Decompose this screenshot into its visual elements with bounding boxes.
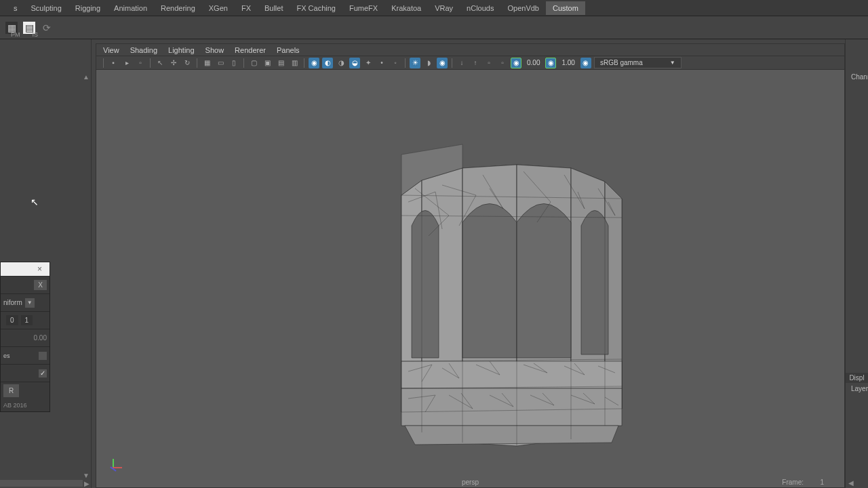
viewport-container: View Shading Lighting Show Renderer Pane…: [96, 43, 845, 488]
scroll-down-icon[interactable]: ▼: [83, 472, 90, 479]
exposure-icon[interactable]: ◉: [511, 58, 521, 68]
isolate-icon[interactable]: ◉: [309, 58, 319, 68]
menu-shading[interactable]: Shading: [130, 46, 157, 54]
scroll-left-icon[interactable]: ◀: [848, 479, 854, 487]
tab-fumefx[interactable]: FumeFX: [342, 1, 384, 15]
snap-icon[interactable]: ▫: [484, 58, 494, 68]
tab-nclouds[interactable]: nClouds: [460, 1, 500, 15]
gamma-icon[interactable]: ◉: [545, 58, 556, 68]
frame-value: 1: [820, 479, 824, 486]
shelf-sub-is: IS: [33, 31, 39, 38]
scroll-up-icon[interactable]: ▲: [83, 73, 90, 80]
bookmark-icon[interactable]: ▸: [121, 58, 132, 68]
exposure-value: 0.00: [524, 59, 542, 66]
xray-joints-icon[interactable]: ◑: [336, 58, 347, 68]
menu-show[interactable]: Show: [205, 46, 224, 54]
tab-vray[interactable]: VRay: [428, 1, 460, 15]
wireframe-icon[interactable]: ▢: [248, 58, 259, 68]
mode-dropdown[interactable]: niform ▼: [3, 298, 35, 308]
workspace-tabs: s Sculpting Rigging Animation Rendering …: [0, 0, 868, 16]
layers-tab[interactable]: Layer: [851, 385, 868, 392]
tab-krakatoa[interactable]: Krakatoa: [384, 1, 428, 15]
panel-row-nums: 0 1: [1, 311, 50, 329]
cursor-icon: ↖: [31, 197, 39, 207]
panel-row-btn: R: [1, 382, 50, 399]
light-icon[interactable]: ☀: [410, 58, 420, 68]
shelf-icon-3[interactable]: ⟳: [41, 22, 53, 34]
tab-rigging[interactable]: Rigging: [68, 1, 107, 15]
tab-custom[interactable]: Custom: [546, 1, 585, 15]
channel-box-tab[interactable]: Chann: [851, 73, 868, 81]
tab-openvdb[interactable]: OpenVdb: [500, 1, 545, 15]
motion-blur-icon[interactable]: ✦: [363, 58, 374, 68]
shaded-icon[interactable]: ▣: [262, 58, 273, 68]
svg-rect-0: [401, 361, 622, 388]
value-zero: 0.00: [34, 334, 47, 342]
camera-label: persp: [462, 479, 479, 486]
frame-label: Frame:: [782, 479, 804, 486]
film-gate-icon[interactable]: ▭: [215, 58, 226, 68]
colorspace-label: sRGB gamma: [600, 59, 643, 66]
tab-rendering[interactable]: Rendering: [154, 1, 202, 15]
grid-icon[interactable]: ▦: [201, 58, 212, 68]
tab-fx[interactable]: FX: [235, 1, 258, 15]
shelf-sublabels: PM IS: [11, 31, 38, 38]
action-button[interactable]: R: [3, 384, 19, 397]
chevron-down-icon: ▼: [25, 298, 35, 308]
gamma-value: 1.00: [559, 59, 577, 66]
scroll-right-icon[interactable]: ▶: [84, 480, 91, 487]
mode-label: niform: [3, 299, 22, 306]
panel-titlebar[interactable]: ×: [1, 262, 50, 276]
right-panel: Chann Displ Layer ◀: [845, 39, 868, 488]
panel-row-check2: ✓: [1, 364, 50, 382]
tab-bullet[interactable]: Bullet: [258, 1, 290, 15]
shadow-icon[interactable]: ◗: [423, 58, 434, 68]
xray-icon[interactable]: ◐: [322, 58, 333, 68]
camera-icon[interactable]: ▪: [108, 58, 119, 68]
panel-row-check1: es: [1, 346, 50, 364]
tab-partial[interactable]: s: [7, 1, 24, 15]
panel-footer: AB 2016: [1, 399, 50, 411]
resolution-gate-icon[interactable]: ▯: [229, 58, 239, 68]
snap2-icon[interactable]: ▫: [497, 58, 508, 68]
tab-xgen[interactable]: XGen: [202, 1, 235, 15]
textured-icon[interactable]: ▤: [275, 58, 286, 68]
aa-icon[interactable]: •: [376, 58, 387, 68]
expose-up-icon[interactable]: ↑: [470, 58, 481, 68]
axis-gizmo[interactable]: [107, 458, 123, 474]
select-icon[interactable]: ↖: [155, 58, 165, 68]
panel-row-x: X: [1, 276, 50, 293]
viewport-3d[interactable]: persp Frame: 1: [96, 69, 845, 488]
move-icon[interactable]: ✢: [168, 58, 179, 68]
ao-icon[interactable]: ◒: [349, 58, 360, 68]
viewport-toolbar: ▪ ▸ ▫ ↖ ✢ ↻ ▦ ▭ ▯ ▢ ▣ ▤ ▥ ◉ ◐ ◑ ◒ ✦ • ◦ …: [96, 56, 845, 69]
chevron-down-icon: ▼: [670, 60, 675, 66]
tab-animation[interactable]: Animation: [107, 1, 154, 15]
close-icon[interactable]: ×: [37, 264, 47, 274]
display-tab[interactable]: Displ: [846, 373, 868, 383]
tab-fxcaching[interactable]: FX Caching: [290, 1, 342, 15]
image-plane-icon[interactable]: ▫: [135, 58, 146, 68]
expose-down-icon[interactable]: ↓: [456, 58, 467, 68]
horizontal-scrollbar[interactable]: [0, 480, 83, 487]
tool-options-panel: × X niform ▼ 0 1 0.00 es ✓ R AB 2016: [0, 262, 50, 412]
viewport-menu-bar: View Shading Lighting Show Renderer Pane…: [96, 43, 845, 56]
tab-sculpting[interactable]: Sculpting: [24, 1, 68, 15]
lights-icon[interactable]: ▥: [289, 58, 300, 68]
hq-icon[interactable]: ◉: [437, 58, 448, 68]
colorspace-toggle-icon[interactable]: ◉: [580, 58, 591, 68]
checkbox-1[interactable]: [39, 352, 47, 360]
panel-row-zero: 0.00: [1, 329, 50, 346]
dof-icon[interactable]: ◦: [390, 58, 401, 68]
colorspace-dropdown[interactable]: sRGB gamma ▼: [594, 57, 682, 68]
rotate-icon[interactable]: ↻: [182, 58, 193, 68]
num-field-b[interactable]: 1: [21, 315, 33, 325]
num-field-a[interactable]: 0: [6, 315, 18, 325]
menu-view[interactable]: View: [103, 46, 119, 54]
x-button[interactable]: X: [34, 280, 47, 290]
menu-lighting[interactable]: Lighting: [168, 46, 195, 54]
shelf-sub-pm: PM: [11, 31, 20, 38]
checkbox-2[interactable]: ✓: [39, 369, 47, 378]
menu-panels[interactable]: Panels: [277, 46, 300, 54]
menu-renderer[interactable]: Renderer: [235, 46, 266, 54]
